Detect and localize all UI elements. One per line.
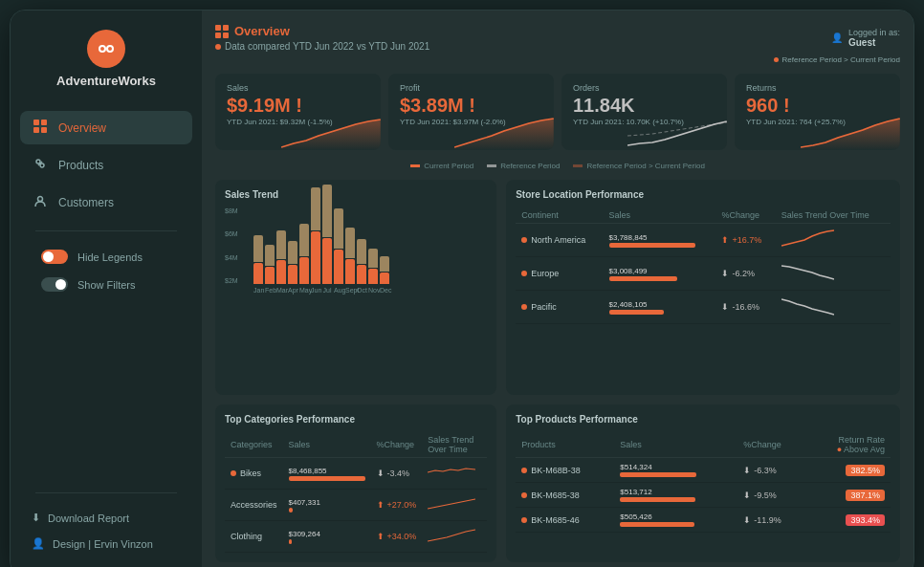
subtitle-dot (215, 44, 221, 50)
table-row: Accessories $407,331 ⬆+27.0% (225, 490, 487, 521)
bar-apr (288, 241, 297, 284)
col-categories: Categories (225, 432, 283, 458)
svg-point-6 (36, 160, 40, 164)
top-products-table: Products Sales %Change Return Rate● Abov… (516, 432, 891, 533)
sales-bar (609, 243, 695, 248)
hide-legends-switch[interactable] (41, 250, 68, 264)
sales-bar (289, 508, 293, 512)
ref-dot (774, 57, 779, 62)
top-categories-title: Top Categories Performance (225, 414, 487, 425)
change-badge: ⬆+34.0% (377, 532, 417, 541)
sales-bar (620, 522, 694, 527)
hide-legends-toggle[interactable]: Hide Legends (20, 243, 192, 271)
sales-bar (609, 310, 664, 315)
svg-rect-4 (33, 127, 39, 133)
kpi-orders: Orders 11.84K YTD Jun 2021: 10.70K (+10.… (561, 74, 727, 150)
row-dot (231, 470, 236, 476)
kpi-profit-value: $3.89M ! (400, 95, 542, 116)
mini-sparkline (428, 526, 475, 545)
sales-bar (289, 539, 292, 544)
table-row: Pacific $2,408,105 ⬇-16.6% (516, 291, 891, 324)
kpi-profit-chart (454, 117, 554, 150)
svg-point-7 (40, 164, 44, 167)
svg-rect-3 (41, 120, 47, 125)
change-badge: ⬇-6.3% (743, 466, 801, 475)
header-title: Overview (215, 24, 429, 38)
sales-bar (289, 476, 365, 481)
bar-chart (225, 207, 487, 284)
header-subtitle: Data compared YTD Jun 2022 vs YTD Jun 20… (215, 41, 429, 52)
sidebar-item-overview-label: Overview (58, 121, 106, 135)
bar-jul (322, 185, 332, 284)
kpi-legend-row: Current Period Reference Period Referenc… (215, 162, 900, 170)
kpi-profit: Profit $3.89M ! YTD Jun 2021: $3.97M (-2… (388, 74, 554, 150)
legend-reference: Reference Period (487, 162, 560, 170)
top-products-title: Top Products Performance (516, 414, 891, 425)
change-badge: ⬇-16.6% (721, 302, 769, 312)
download-report-button[interactable]: ⬇ Download Report (20, 505, 192, 531)
download-label: Download Report (48, 512, 129, 524)
col-sales: Sales (614, 432, 737, 458)
bar-mar (276, 230, 286, 284)
sales-bar (609, 276, 677, 281)
sidebar-item-customers-label: Customers (58, 196, 114, 209)
sidebar-bottom: ⬇ Download Report 👤 Design | Ervin Vinzo… (11, 481, 202, 556)
sidebar-item-products[interactable]: Products (20, 148, 192, 182)
legend-reference-line (487, 164, 496, 167)
store-location-panel: Store Location Performance Continent Sal… (506, 180, 900, 395)
bar-jan (253, 235, 263, 284)
row-dot (521, 468, 527, 473)
svg-rect-2 (33, 120, 39, 125)
show-filters-switch[interactable] (41, 277, 68, 292)
ref-legend: Reference Period > Current Period (774, 55, 900, 64)
bar-dec (380, 256, 389, 284)
design-credit: 👤 Design | Ervin Vinzon (20, 531, 192, 556)
kpi-returns-chart (801, 117, 900, 150)
return-rate-badge: 382.5% (846, 465, 885, 476)
sidebar-logo: AdventureWorks (11, 30, 202, 88)
col-trend: Sales Trend Over Time (776, 207, 891, 224)
sales-bar-wrapper: $3,008,499 (609, 267, 695, 281)
main-content: Overview Data compared YTD Jun 2022 vs Y… (202, 11, 913, 567)
col-continent: Continent (516, 207, 603, 224)
bar-nov (368, 249, 378, 284)
mini-sparkline (781, 229, 834, 250)
sidebar-item-overview[interactable]: Overview (20, 111, 192, 144)
show-filters-toggle[interactable]: Show Filters (20, 271, 192, 298)
kpi-returns-label: Returns (746, 83, 889, 93)
brand-name: AdventureWorks (56, 74, 156, 88)
logo-icon (87, 30, 125, 68)
kpi-sales-label: Sales (227, 83, 369, 93)
sales-bar (620, 472, 696, 477)
store-location-title: Store Location Performance (516, 189, 891, 200)
bottom-row: Top Categories Performance Categories Sa… (215, 404, 900, 562)
top-categories-panel: Top Categories Performance Categories Sa… (215, 404, 496, 562)
table-row: BK-M68B-38 $514,324 ⬇-6.3% 382.5% (516, 458, 891, 483)
sales-bar-wrapper: $514,324 (620, 463, 732, 477)
sidebar-item-customers[interactable]: Customers (20, 185, 192, 219)
top-products-panel: Top Products Performance Products Sales … (506, 404, 900, 562)
change-badge: ⬇-6.2% (721, 269, 769, 278)
kpi-sales-chart (281, 117, 381, 150)
bar-feb (265, 245, 275, 284)
ref-legend-row: Reference Period > Current Period (215, 55, 900, 64)
table-row: Clothing $309,264 ⬆+34.0% (225, 521, 487, 553)
legend-ref-current: Reference Period > Current Period (573, 162, 704, 170)
sales-bar-wrapper: $8,468,855 (289, 467, 365, 481)
col-change: %Change (371, 432, 423, 458)
bar-aug (334, 208, 343, 284)
sales-bar-wrapper: $2,408,105 (609, 300, 695, 315)
user-icon-header: 👤 (831, 33, 843, 43)
header-left: Overview Data compared YTD Jun 2022 vs Y… (215, 24, 429, 52)
svg-point-1 (107, 46, 113, 52)
change-badge: ⬆+16.7% (721, 235, 769, 245)
change-badge: ⬇-9.5% (743, 491, 801, 500)
return-rate-badge: 387.1% (846, 490, 885, 501)
change-badge: ⬇-11.9% (743, 515, 801, 525)
user-icon: 👤 (32, 537, 45, 550)
legend-current: Current Period (410, 162, 473, 170)
kpi-sales-value: $9.19M ! (227, 95, 369, 116)
table-row: BK-M685-38 $513,712 ⬇-9.5% 387.1% (516, 483, 891, 508)
col-return-rate: Return Rate● Above Avg (807, 432, 891, 458)
x-axis: Jan Feb Mar Apr May Jun Jul Aug Sept Oct… (225, 287, 487, 294)
